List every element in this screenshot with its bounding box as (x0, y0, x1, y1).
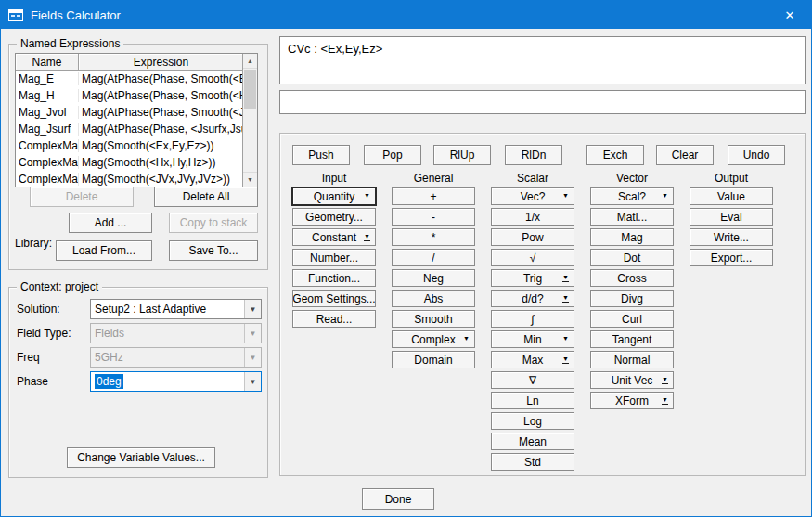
scroll-up-icon[interactable]: ▲ (243, 54, 257, 69)
cell-name: ComplexMa... (16, 156, 79, 169)
number-button[interactable]: Number... (292, 249, 376, 266)
column-header-expression[interactable]: Expression (79, 54, 244, 71)
cell-expression: Mag(AtPhase(Phase, Smooth(<Ex,E... (79, 72, 244, 85)
quantity-button[interactable]: Quantity▼ (292, 187, 376, 205)
pop-button[interactable]: Pop (364, 145, 421, 165)
solution-select[interactable]: Setup2 : Last Adaptive ▼ (90, 299, 262, 319)
dropdown-icon: ▼ (662, 397, 668, 405)
named-expressions-table[interactable]: Name Expression Mag_E Mag(AtPhase(Phase,… (15, 53, 258, 187)
table-row[interactable]: ComplexMa... Mag(Smooth(<JVx,JVy,JVz>)) (16, 171, 257, 187)
general-column: + - * / Neg Abs Smooth Complex▼ Domain (392, 187, 475, 368)
xform-button[interactable]: XForm▼ (590, 392, 674, 409)
integral-button[interactable]: ∫ (491, 310, 574, 328)
derivative-button[interactable]: d/d?▼ (491, 290, 574, 307)
geom-settings-button[interactable]: Geom Settings... (292, 290, 376, 307)
minus-button[interactable]: - (392, 208, 475, 226)
domain-button[interactable]: Domain (392, 351, 475, 368)
function-button[interactable]: Function... (292, 269, 376, 287)
plus-button[interactable]: + (392, 187, 475, 205)
scal-button[interactable]: Scal?▼ (590, 187, 674, 205)
multiply-button[interactable]: * (392, 228, 475, 246)
table-row[interactable]: Mag_Jvol Mag(AtPhase(Phase, Smooth(<JVx,… (16, 104, 257, 121)
stack-secondary-display[interactable] (279, 90, 806, 114)
cell-name: ComplexMa... (16, 173, 79, 186)
export-button[interactable]: Export... (690, 249, 773, 266)
rlup-button[interactable]: RlUp (433, 145, 491, 165)
nabla-button[interactable]: ∇ (491, 371, 574, 389)
vec-button[interactable]: Vec?▼ (491, 187, 574, 205)
neg-button[interactable]: Neg (392, 269, 475, 287)
sqrt-button[interactable]: √ (491, 249, 574, 266)
table-header: Name Expression (16, 54, 257, 71)
column-header-name[interactable]: Name (16, 54, 79, 71)
eval-button[interactable]: Eval (690, 208, 773, 226)
pow-button[interactable]: Pow (491, 228, 574, 246)
tangent-button[interactable]: Tangent (590, 330, 674, 348)
table-row[interactable]: Mag_H Mag(AtPhase(Phase, Smooth(<Hx,H... (16, 87, 257, 104)
read-button[interactable]: Read... (292, 310, 376, 328)
output-column: Value Eval Write... Export... (690, 187, 773, 266)
reciprocal-button[interactable]: 1/x (491, 208, 574, 226)
context-group: Context: project Solution: Setup2 : Last… (8, 287, 268, 478)
cell-name: Mag_H (16, 89, 79, 102)
value-button[interactable]: Value (690, 187, 773, 205)
table-row[interactable]: Mag_E Mag(AtPhase(Phase, Smooth(<Ex,E... (16, 71, 257, 87)
fields-calculator-window: Fields Calculator ✕ Named Expressions Na… (0, 0, 812, 517)
cell-name: ComplexMa... (16, 139, 79, 152)
vector-column: Scal?▼ Matl... Mag Dot Cross Divg Curl T… (590, 187, 674, 409)
scroll-down-icon[interactable]: ▼ (243, 172, 257, 187)
field-type-label: Field Type: (17, 327, 71, 340)
column-header-output: Output (690, 172, 773, 185)
table-row[interactable]: Mag_Jsurf Mag(AtPhase(Phase, <Jsurfx,Jsu… (16, 121, 257, 137)
dot-button[interactable]: Dot (590, 249, 674, 266)
unit-vec-button[interactable]: Unit Vec▼ (590, 371, 674, 389)
matl-button[interactable]: Matl... (590, 208, 674, 226)
exch-button[interactable]: Exch (586, 145, 644, 165)
min-button[interactable]: Min▼ (491, 330, 574, 348)
complex-button[interactable]: Complex▼ (392, 330, 475, 348)
stack-display[interactable]: CVc : <Ex,Ey,Ez> (279, 36, 806, 84)
mag-button[interactable]: Mag (590, 228, 674, 246)
divg-button[interactable]: Divg (590, 290, 674, 307)
push-button[interactable]: Push (292, 145, 350, 165)
add-button[interactable]: Add ... (69, 213, 152, 233)
combo-dropdown-icon: ▼ (244, 324, 261, 343)
smooth-button[interactable]: Smooth (392, 310, 475, 328)
delete-all-button[interactable]: Delete All (154, 187, 258, 207)
cross-button[interactable]: Cross (590, 269, 674, 287)
combo-dropdown-icon[interactable]: ▼ (244, 372, 261, 391)
table-scrollbar[interactable]: ▲ ▼ (242, 54, 257, 187)
dropdown-icon: ▼ (562, 295, 569, 303)
dropdown-icon: ▼ (562, 193, 569, 200)
undo-button[interactable]: Undo (728, 145, 785, 165)
trig-button[interactable]: Trig▼ (491, 269, 574, 287)
stack-top-entry[interactable]: CVc : <Ex,Ey,Ez> (288, 42, 382, 56)
close-button[interactable]: ✕ (768, 1, 811, 29)
column-header-general: General (392, 172, 475, 185)
done-button[interactable]: Done (362, 488, 434, 510)
table-row[interactable]: ComplexMa... Mag(Smooth(<Hx,Hy,Hz>)) (16, 154, 257, 171)
ln-button[interactable]: Ln (491, 392, 574, 409)
max-button[interactable]: Max▼ (491, 351, 574, 368)
context-legend: Context: project (17, 280, 102, 293)
normal-button[interactable]: Normal (590, 351, 674, 368)
divide-button[interactable]: / (392, 249, 475, 266)
save-to-button[interactable]: Save To... (169, 240, 258, 261)
table-row[interactable]: ComplexMa... Mag(Smooth(<Ex,Ey,Ez>)) (16, 137, 257, 154)
curl-button[interactable]: Curl (590, 310, 674, 328)
log-button[interactable]: Log (491, 412, 574, 430)
scrollbar-thumb[interactable] (244, 70, 256, 109)
abs-button[interactable]: Abs (392, 290, 475, 307)
mean-button[interactable]: Mean (491, 433, 574, 450)
clear-button[interactable]: Clear (656, 145, 714, 165)
write-button[interactable]: Write... (690, 228, 773, 246)
std-button[interactable]: Std (491, 453, 574, 471)
geometry-button[interactable]: Geometry... (292, 208, 376, 226)
combo-dropdown-icon[interactable]: ▼ (244, 300, 261, 318)
change-variable-values-button[interactable]: Change Variable Values... (67, 447, 215, 468)
title-bar[interactable]: Fields Calculator ✕ (1, 1, 811, 29)
load-from-button[interactable]: Load From... (56, 240, 152, 261)
constant-button[interactable]: Constant▼ (292, 228, 376, 246)
phase-select[interactable]: 0deg ▼ (90, 371, 262, 392)
rldn-button[interactable]: RlDn (505, 145, 562, 165)
